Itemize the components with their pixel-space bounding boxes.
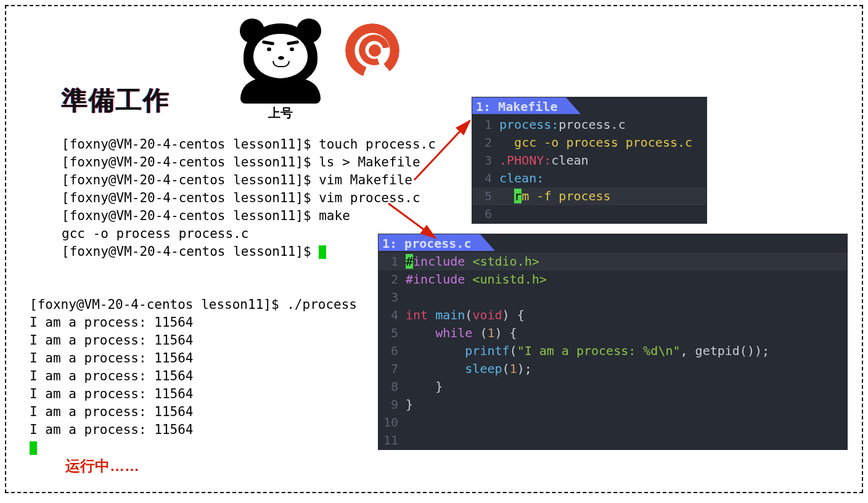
panda-meme-image: 上号 [228,17,333,122]
editor-makefile: 1: Makefile 1process:process.c 2 gcc -o … [472,97,706,223]
terminal-session-2: [foxny@VM-20-4-centos lesson11]$ ./proce… [30,296,357,457]
spiral-logo-icon [345,23,402,80]
heading: 準備工作 [62,83,170,118]
running-label: 运行中…… [65,456,139,476]
panda-caption: 上号 [228,105,333,121]
editor-tab-process[interactable]: 1: process.c [379,234,480,251]
editor-process-c: 1: process.c 1#include <stdio.h> 2#inclu… [379,234,847,449]
editor-tab-makefile[interactable]: 1: Makefile [472,97,566,114]
